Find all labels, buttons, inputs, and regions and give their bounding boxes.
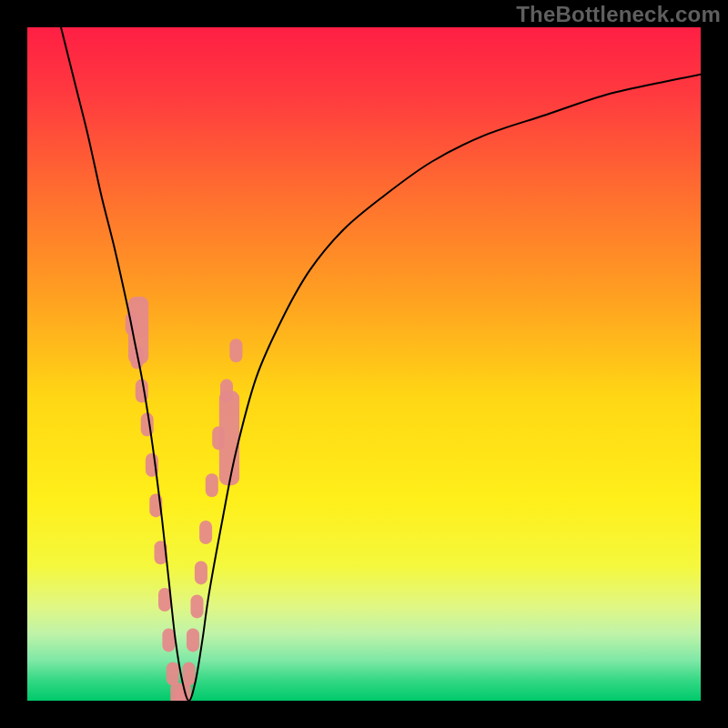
svg-rect-18 <box>199 521 212 544</box>
svg-rect-19 <box>206 473 218 497</box>
svg-rect-24 <box>219 391 239 486</box>
plot-area <box>27 27 701 701</box>
svg-rect-16 <box>191 594 204 618</box>
bottleneck-curve <box>27 27 701 701</box>
svg-rect-23 <box>128 297 148 364</box>
svg-rect-15 <box>187 628 199 652</box>
svg-rect-17 <box>195 561 207 584</box>
watermark-text: TheBottleneck.com <box>516 2 721 27</box>
svg-rect-22 <box>229 339 242 362</box>
svg-rect-9 <box>162 628 175 652</box>
svg-rect-10 <box>167 662 179 685</box>
svg-rect-14 <box>183 662 196 685</box>
highlight-band <box>126 297 243 701</box>
chart-frame: TheBottleneck.com <box>0 0 728 728</box>
